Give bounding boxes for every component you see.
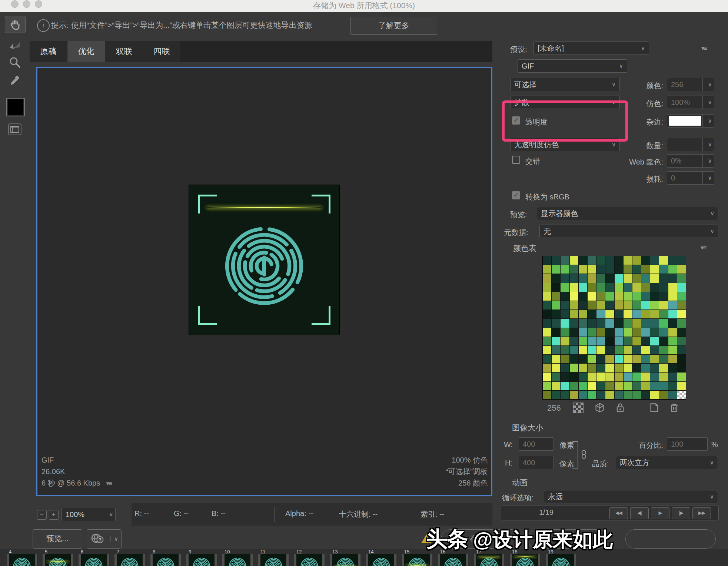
color-swatch-cell[interactable] [668, 373, 677, 381]
color-swatch-cell[interactable] [543, 319, 551, 327]
color-swatch-cell[interactable] [552, 328, 560, 337]
matte-select[interactable]: ∨ [667, 114, 714, 128]
color-swatch-cell[interactable] [605, 256, 614, 265]
color-swatch-cell[interactable] [659, 301, 668, 310]
color-swatch-cell[interactable] [552, 337, 560, 345]
color-swatch-cell[interactable] [632, 373, 641, 381]
color-swatch-cell[interactable] [570, 310, 578, 318]
color-swatch-cell[interactable] [561, 355, 569, 363]
animation-frame-thumbnail[interactable]: 5 [40, 549, 72, 566]
color-swatch-cell[interactable] [543, 256, 551, 265]
color-swatch-cell[interactable] [570, 319, 578, 327]
color-swatch-cell[interactable] [552, 382, 560, 390]
color-swatch-cell[interactable] [650, 292, 659, 301]
preset-select[interactable]: [未命名]∨ [533, 42, 649, 55]
preview-mode-select[interactable]: 显示器颜色∨ [537, 207, 718, 220]
color-swatch-cell[interactable] [624, 301, 632, 310]
color-swatch-cell[interactable] [659, 391, 668, 399]
color-swatch-cell[interactable] [624, 364, 632, 372]
color-swatch-cell[interactable] [668, 283, 677, 292]
color-swatch-cell[interactable] [632, 346, 641, 354]
color-swatch-cell[interactable] [552, 292, 560, 301]
color-swatch-cell[interactable] [579, 256, 587, 265]
color-swatch-cell[interactable] [605, 373, 614, 381]
color-swatch-cell[interactable] [659, 265, 668, 274]
slice-select-tool[interactable] [5, 37, 25, 53]
color-swatch-cell[interactable] [659, 355, 668, 363]
color-swatch-cell[interactable] [668, 337, 677, 345]
color-swatch-cell[interactable] [605, 283, 614, 292]
color-swatch-cell[interactable] [543, 301, 551, 310]
previous-frame-button[interactable]: ◀| [630, 507, 649, 519]
color-swatch-cell[interactable] [659, 310, 668, 318]
color-swatch-cell[interactable] [596, 274, 605, 282]
color-swatch-cell[interactable] [668, 328, 677, 337]
metadata-select[interactable]: 无∨ [539, 225, 718, 238]
color-swatch-cell[interactable] [677, 337, 686, 345]
color-swatch-cell[interactable] [596, 265, 605, 274]
color-swatch-cell[interactable] [677, 319, 686, 327]
color-swatch-cell[interactable] [677, 355, 686, 363]
color-swatch-cell[interactable] [650, 301, 659, 310]
color-swatch-cell[interactable] [650, 283, 659, 292]
color-swatch-cell[interactable] [570, 292, 578, 301]
color-swatch-cell[interactable] [543, 391, 551, 399]
color-swatch-cell[interactable] [668, 346, 677, 354]
color-table-menu-icon[interactable]: ▾≡ [701, 244, 706, 252]
color-swatch-cell[interactable] [579, 283, 587, 292]
transparency-map-icon[interactable] [573, 403, 584, 413]
color-swatch-cell[interactable] [668, 265, 677, 274]
color-swatch-cell[interactable] [615, 256, 623, 265]
color-swatch-cell[interactable] [552, 373, 560, 381]
color-swatch-cell[interactable] [596, 310, 605, 318]
color-swatch-cell[interactable] [668, 301, 677, 310]
color-swatch-cell[interactable] [677, 256, 686, 265]
animation-frame-thumbnail[interactable]: 14 [363, 549, 395, 566]
color-swatch-cell[interactable] [605, 346, 614, 354]
color-swatch-cell[interactable] [632, 328, 641, 337]
color-swatch-cell[interactable] [641, 355, 650, 363]
color-swatch-cell[interactable] [632, 283, 641, 292]
color-swatch-cell[interactable] [659, 319, 668, 327]
download-speed-menu-icon[interactable]: ▾≡ [106, 480, 111, 487]
toggle-slices-button[interactable] [5, 121, 25, 138]
color-swatch-cell[interactable] [641, 346, 650, 354]
color-swatch-cell[interactable] [588, 355, 596, 363]
color-swatch-cell[interactable] [543, 265, 551, 274]
color-swatch-cell[interactable] [641, 373, 650, 381]
color-swatch-cell[interactable] [552, 364, 560, 372]
color-swatch-cell[interactable] [543, 346, 551, 354]
color-swatch-cell[interactable] [615, 355, 623, 363]
color-swatch-cell[interactable] [668, 391, 677, 399]
color-swatch-cell[interactable] [570, 373, 578, 381]
color-swatch-cell[interactable] [561, 328, 569, 337]
color-swatch-cell[interactable] [624, 391, 632, 399]
color-swatch-cell[interactable] [641, 292, 650, 301]
tab-original[interactable]: 原稿 [30, 41, 67, 62]
color-swatch-cell[interactable] [650, 346, 659, 354]
hand-tool[interactable] [5, 16, 26, 33]
color-swatch-cell[interactable] [632, 364, 641, 372]
color-swatch-cell[interactable] [552, 301, 560, 310]
last-frame-button[interactable]: ▶▶ [692, 507, 711, 519]
color-swatch-cell[interactable] [659, 256, 668, 265]
color-swatch-cell[interactable] [570, 265, 578, 274]
transparency-checkbox[interactable]: ✓ [512, 116, 520, 125]
new-color-icon[interactable] [649, 403, 659, 413]
color-swatch-cell[interactable] [624, 292, 632, 301]
color-swatch-cell[interactable] [588, 256, 596, 265]
color-swatch-cell[interactable] [605, 355, 614, 363]
color-swatch-cell[interactable] [543, 337, 551, 345]
color-swatch-cell[interactable] [677, 373, 686, 381]
zoom-in-button[interactable]: + [49, 510, 59, 520]
color-swatch-cell[interactable] [588, 292, 596, 301]
color-swatch-cell[interactable] [543, 355, 551, 363]
color-swatch-cell[interactable] [632, 355, 641, 363]
quality-select[interactable]: 两次立方∨ [616, 456, 718, 469]
color-swatch-cell[interactable] [659, 328, 668, 337]
height-input[interactable]: 400 [519, 456, 554, 469]
color-swatch-cell[interactable] [596, 256, 605, 265]
color-swatch-cell[interactable] [668, 256, 677, 265]
animation-frame-thumbnail[interactable]: 13 [327, 549, 359, 566]
color-swatch-cell[interactable] [615, 310, 623, 318]
